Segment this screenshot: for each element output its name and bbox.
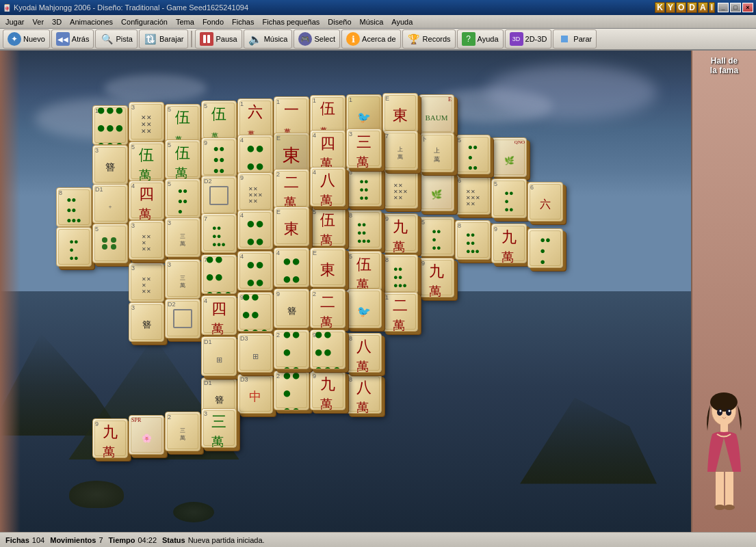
tile-2-10[interactable]: ト 上萬 — [419, 133, 454, 172]
tile-2-4[interactable]: 9 ●●●●●● — [201, 137, 237, 177]
tile-5-6[interactable]: E 東 — [310, 248, 346, 287]
tile-4-1[interactable]: ●●●●● — [56, 227, 92, 267]
menu-diseno[interactable]: Diseño — [324, 16, 355, 27]
tile-3-3[interactable]: 4 四萬 — [129, 181, 164, 220]
tile-2-7[interactable]: 4 四萬 — [310, 130, 346, 170]
tile-5-5[interactable]: 4 ●●●● — [274, 248, 309, 287]
menu-fichas[interactable]: Fichas — [228, 16, 258, 27]
tile-5-7[interactable]: 5 伍萬 — [346, 251, 382, 291]
records-button[interactable]: 🏆 Records — [402, 29, 456, 49]
tile-1-7[interactable]: 1 伍萬 — [310, 95, 346, 135]
tile-3-1[interactable]: 8 ●●●●●●● — [56, 187, 92, 227]
parar-button[interactable]: ⏹ Parar — [553, 29, 597, 49]
menu-ayuda[interactable]: Ayuda — [387, 16, 417, 27]
menu-configuracion[interactable]: Configuración — [117, 16, 172, 27]
tile-5-8[interactable]: 8 ●●●●●●● — [382, 254, 418, 294]
tile-3-7[interactable]: 2 二萬 — [274, 169, 309, 209]
menu-musica[interactable]: Música — [356, 16, 388, 27]
tile-4-6[interactable]: 4 ●●●● — [237, 210, 273, 250]
tile-3-10[interactable]: ✕✕✕✕✕✕✕ — [382, 169, 418, 209]
menu-3d[interactable]: 3D — [48, 16, 66, 27]
acerca-button[interactable]: ℹ Acerca de — [341, 29, 401, 49]
tile-1-1[interactable]: 1 ●●●●●●●●● — [92, 105, 128, 145]
tile-8-3[interactable]: 2 ●●●●● — [274, 371, 309, 410]
tile-6-7[interactable]: 🐦 — [346, 289, 382, 328]
tile-3-13[interactable]: 5 ●●●●● — [491, 178, 527, 218]
tile-7-2[interactable]: D3 ⊞ — [237, 333, 273, 373]
tile-4-5[interactable]: 7 ●●●●●●● — [201, 213, 237, 253]
menu-ver[interactable]: Ver — [29, 16, 49, 27]
tile-3-4[interactable]: 5 ●●●●● — [165, 178, 200, 218]
minimize-button[interactable]: _ — [718, 3, 729, 12]
tile-5-4[interactable]: 4 ●●●● — [237, 251, 273, 291]
tile-8-2[interactable]: D3 中 — [237, 374, 273, 414]
tile-2-5[interactable]: 4 ●●●● — [237, 135, 273, 174]
tile-9-2[interactable]: SPR 🌸 — [129, 415, 164, 455]
menu-tema[interactable]: Tema — [172, 16, 198, 27]
tile-3-14[interactable]: 6 六 — [527, 182, 563, 222]
tile-4-13[interactable]: 9 九萬 — [491, 224, 527, 263]
tile-4-10[interactable]: 9 九萬 — [382, 213, 418, 253]
tile-3-9[interactable]: 6 ●●●●●● — [346, 167, 382, 206]
tile-2-6[interactable]: E 東 — [274, 133, 309, 172]
tile-3-6[interactable]: 9 ✕✕✕✕✕✕✕ — [237, 172, 273, 212]
tile-2-8[interactable]: 3 三萬 — [346, 129, 382, 168]
tile-5-1[interactable]: 3 ✕✕✕✕✕ — [129, 263, 164, 302]
tile-6-8[interactable]: 1 二萬 — [382, 292, 418, 332]
tile-4-12[interactable]: 8 ●●●●●●● — [455, 220, 491, 260]
menu-jugar[interactable]: Jugar — [1, 16, 29, 27]
pista-button[interactable]: 🔍 Pista — [95, 29, 137, 49]
tile-4-3[interactable]: 3 ✕✕✕✕✕ — [129, 220, 164, 260]
tile-9-4[interactable]: 3 三萬 — [201, 408, 237, 448]
atras-button[interactable]: ◀◀ Atrás — [51, 29, 94, 49]
tile-1-2[interactable]: 3 ✕✕✕✕✕✕ — [129, 102, 164, 142]
tile-8-4[interactable]: 9 九萬 — [310, 371, 346, 410]
tile-6-6[interactable]: 2 二萬 — [310, 289, 346, 328]
musica-button[interactable]: 🔈 Música — [244, 29, 293, 49]
tile-1-6[interactable]: 1 一萬 — [274, 96, 309, 136]
maximize-button[interactable]: □ — [730, 3, 741, 12]
tile-3-2[interactable]: D1 ＋ — [92, 184, 128, 224]
menu-fondo[interactable]: Fondo — [198, 16, 228, 27]
tile-7-4[interactable]: 9 ●●●●●●● — [310, 330, 346, 369]
tile-6-5[interactable]: 9 簪 — [274, 289, 309, 328]
tile-4-7[interactable]: E 東 — [274, 206, 309, 246]
barajar-button[interactable]: 🔃 Barajar — [139, 29, 188, 49]
tile-1-4[interactable]: 5 伍萬 — [201, 101, 237, 140]
tile-2-11[interactable]: 5 ●●●●● — [455, 135, 491, 174]
tile-4-14[interactable]: ●●●● — [527, 228, 563, 268]
tile-6-2[interactable]: D2 — [165, 299, 200, 338]
tile-1-10[interactable]: E BAUM — [419, 94, 454, 134]
tile-2-3[interactable]: 5 伍萬 — [165, 139, 200, 179]
tile-1-9[interactable]: E 東 — [382, 93, 418, 133]
window-controls[interactable]: _ □ × — [718, 3, 753, 12]
tile-5-2[interactable]: 3 三萬 — [165, 259, 200, 299]
2d3d-button[interactable]: 3D 2D-3D — [505, 29, 552, 49]
tile-3-12[interactable]: 6 ✕✕✕✕✕✕✕ — [455, 175, 491, 215]
tile-4-2[interactable]: 5 — [92, 224, 128, 263]
tile-7-3[interactable]: 2 ●●●●● — [274, 330, 309, 369]
tile-1-5[interactable]: 1 六萬 — [237, 98, 273, 138]
tile-9-1[interactable]: 9 九萬 — [92, 418, 128, 458]
pausa-button[interactable]: Pausa — [195, 29, 242, 49]
tile-8-5[interactable]: 8 八萬 — [346, 374, 382, 414]
tile-1-3[interactable]: 5 伍萬 — [165, 104, 200, 144]
nuevo-button[interactable]: ✦ Nuevo — [3, 29, 50, 49]
tile-6-4[interactable]: 9 ●●●●●●● — [237, 292, 273, 332]
menu-animaciones[interactable]: Animaciones — [66, 16, 117, 27]
tile-5-3[interactable]: 7 ●●●●●●● — [201, 254, 237, 294]
tile-4-8[interactable]: 5 伍萬 — [310, 206, 346, 246]
tile-4-11[interactable]: 5 ●●●●● — [419, 217, 454, 256]
tile-6-1[interactable]: 3 簪 — [129, 302, 164, 342]
tile-6-3[interactable]: 4 四萬 — [201, 295, 237, 335]
menu-fichas-pequenas[interactable]: Fichas pequeñas — [258, 16, 324, 27]
tile-4-9[interactable]: 8 ●●●●●●● — [346, 210, 382, 250]
tile-3-5[interactable]: D2 — [201, 176, 237, 215]
tile-2-2[interactable]: 5 伍萬 — [129, 142, 164, 181]
close-button[interactable]: × — [742, 3, 753, 12]
tile-2-9[interactable]: 7 上萬 — [382, 131, 418, 170]
ayuda-button[interactable]: ? Ayuda — [457, 29, 504, 49]
tile-4-4[interactable]: 3 三萬 — [165, 217, 200, 257]
tile-5-9[interactable]: 9 九萬 — [419, 258, 454, 297]
select-button[interactable]: 🎮 Select — [294, 29, 340, 49]
